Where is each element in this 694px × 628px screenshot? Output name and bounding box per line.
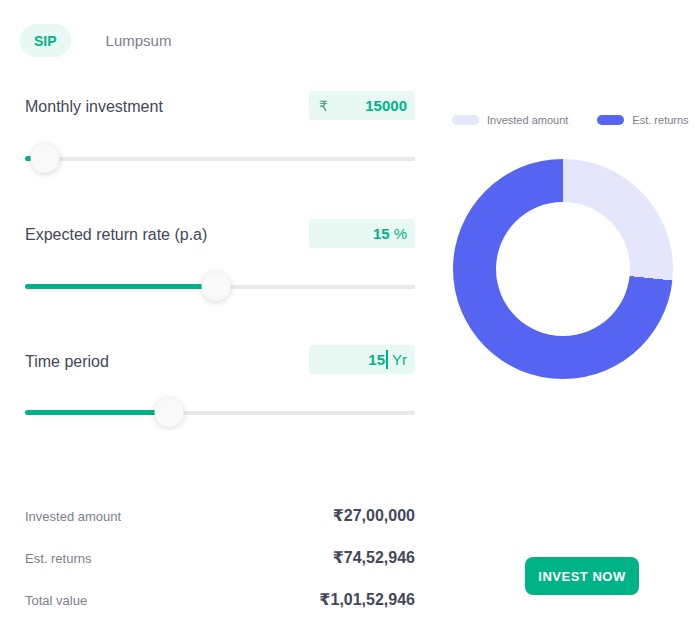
calculator-tabs: SIP Lumpsum bbox=[20, 24, 171, 57]
time-period-value: 15 bbox=[319, 351, 385, 368]
est-returns-label: Est. returns bbox=[25, 551, 91, 566]
est-returns-swatch bbox=[597, 115, 624, 125]
invested-amount-label: Invested amount bbox=[25, 509, 121, 524]
donut-hole bbox=[496, 202, 630, 336]
year-unit: Yr bbox=[392, 351, 407, 368]
summary-row-total: Total value ₹1,01,52,946 bbox=[25, 590, 415, 609]
invest-now-label: INVEST NOW bbox=[538, 569, 625, 584]
total-value-value: ₹1,01,52,946 bbox=[319, 590, 415, 609]
tab-lumpsum[interactable]: Lumpsum bbox=[106, 32, 172, 49]
return-rate-input[interactable]: 15 % bbox=[309, 219, 415, 248]
legend-invested-label: Invested amount bbox=[487, 114, 568, 126]
slider-thumb[interactable] bbox=[30, 144, 59, 173]
monthly-investment-input[interactable]: ₹ 15000 bbox=[309, 91, 415, 120]
return-rate-slider[interactable] bbox=[25, 272, 415, 302]
text-cursor bbox=[386, 350, 388, 369]
slider-thumb[interactable] bbox=[202, 272, 231, 301]
return-rate-value: 15 bbox=[319, 225, 390, 242]
tab-sip-label: SIP bbox=[34, 33, 57, 49]
legend-item-returns: Est. returns bbox=[597, 114, 688, 126]
time-period-label: Time period bbox=[25, 353, 109, 371]
tab-sip[interactable]: SIP bbox=[20, 24, 71, 57]
time-period-input[interactable]: 15 Yr bbox=[309, 345, 415, 374]
invested-amount-value: ₹27,00,000 bbox=[333, 506, 415, 525]
slider-track bbox=[25, 157, 415, 161]
slider-fill bbox=[25, 410, 169, 415]
monthly-investment-slider[interactable] bbox=[25, 144, 415, 174]
time-period-slider[interactable] bbox=[25, 398, 415, 428]
total-value-label: Total value bbox=[25, 593, 87, 608]
tab-lumpsum-label: Lumpsum bbox=[106, 32, 172, 49]
slider-fill bbox=[25, 284, 216, 289]
summary-row-invested: Invested amount ₹27,00,000 bbox=[25, 506, 415, 525]
rupee-symbol: ₹ bbox=[319, 98, 328, 114]
legend-returns-label: Est. returns bbox=[632, 114, 688, 126]
monthly-investment-label: Monthly investment bbox=[25, 98, 163, 116]
summary-row-returns: Est. returns ₹74,52,946 bbox=[25, 548, 415, 567]
est-returns-value: ₹74,52,946 bbox=[333, 548, 415, 567]
monthly-investment-value: 15000 bbox=[328, 97, 407, 114]
invest-now-button[interactable]: INVEST NOW bbox=[525, 557, 639, 595]
chart-legend: Invested amount Est. returns bbox=[452, 114, 689, 126]
slider-thumb[interactable] bbox=[155, 398, 184, 427]
legend-item-invested: Invested amount bbox=[452, 114, 568, 126]
return-rate-label: Expected return rate (p.a) bbox=[25, 226, 207, 244]
percent-unit: % bbox=[394, 225, 407, 242]
donut-chart bbox=[453, 159, 673, 379]
invested-amount-swatch bbox=[452, 115, 479, 125]
